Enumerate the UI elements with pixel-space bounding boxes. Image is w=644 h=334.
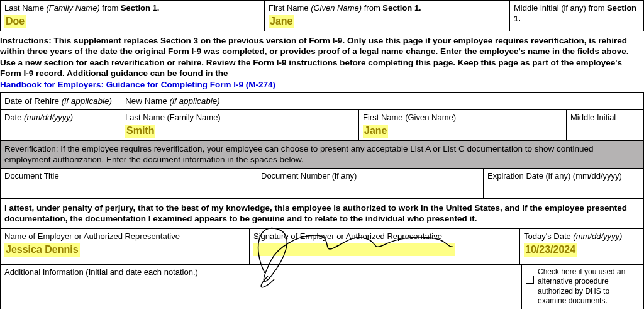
reverification-note: Reverification: If the employee requires… [0,141,644,169]
handbook-link[interactable]: Handbook for Employers: Guidance for Com… [0,80,275,89]
signature-cell: Signature of Employer or Authorized Repr… [250,229,520,264]
new-first-name-label: First Name (Given Name) [363,113,562,123]
middle-initial-label: Middle initial (if any) from Section 1. [514,3,640,25]
attestation-text: I attest, under penalty of perjury, that… [0,199,644,229]
new-first-name-cell: First Name (Given Name) Jane [359,110,567,140]
date-of-rehire-head: Date of Rehire (if applicable) [1,93,121,109]
rehire-data-row: Date (mm/dd/yyyy) Last Name (Family Name… [0,109,644,141]
alt-procedure-checkbox[interactable] [526,276,534,284]
employer-name-cell: Name of Employer or Authorized Represent… [1,229,250,264]
doc-title-cell: Document Title [1,169,257,198]
doc-title-label: Document Title [4,171,253,182]
doc-exp-cell: Expiration Date (if any) (mm/dd/yyyy) [484,169,643,198]
new-middle-initial-label: Middle Initial [570,113,640,123]
additional-info-right: Check here if you used an alternative pr… [521,265,643,309]
new-middle-initial-cell: Middle Initial [567,110,643,140]
document-row: Document Title Document Number (if any) … [0,169,644,199]
sig-date-value: 10/23/2024 [524,243,577,257]
rehire-header-row: Date of Rehire (if applicable) New Name … [0,92,644,109]
doc-number-cell: Document Number (if any) [257,169,484,198]
signature-row: Name of Employer or Authorized Represent… [0,229,644,265]
instructions-block: Instructions: This supplement replaces S… [0,31,644,93]
last-name-value: Doe [4,15,26,28]
new-last-name-value: Smith [125,125,155,138]
instructions-body: This supplement replaces Section 3 on th… [0,36,628,79]
rehire-date-label: Date (mm/dd/yyyy) [4,113,117,123]
doc-number-label: Document Number (if any) [261,171,479,182]
new-first-name-value: Jane [363,125,388,138]
employer-name-value: Jessica Dennis [4,243,80,257]
rehire-date-cell: Date (mm/dd/yyyy) [1,110,121,140]
signature-highlight [253,243,455,256]
additional-info-label: Additional Information (Initial and date… [4,267,198,277]
employer-name-label: Name of Employer or Authorized Represent… [4,231,245,242]
middle-initial-cell: Middle initial (if any) from Section 1. [510,1,643,31]
sig-date-label: Today's Date (mm/dd/yyyy) [524,231,639,242]
doc-exp-label: Expiration Date (if any) (mm/dd/yyyy) [487,171,640,182]
new-last-name-cell: Last Name (Family Name) Smith [121,110,359,140]
last-name-label: Last Name (Family Name) from Section 1. [4,3,260,14]
section1-name-row: Last Name (Family Name) from Section 1. … [0,0,644,31]
last-name-cell: Last Name (Family Name) from Section 1. … [1,1,265,31]
first-name-label: First Name (Given Name) from Section 1. [269,3,506,14]
additional-info-row: Additional Information (Initial and date… [0,265,644,309]
first-name-cell: First Name (Given Name) from Section 1. … [265,1,510,31]
new-last-name-label: Last Name (Family Name) [125,113,355,123]
new-name-head: New Name (if applicable) [121,93,643,109]
signature-label: Signature of Employer or Authorized Repr… [253,231,516,242]
instructions-lead: Instructions: [0,36,54,45]
additional-info-left: Additional Information (Initial and date… [1,265,521,309]
alt-procedure-text: Check here if you used an alternative pr… [538,267,640,306]
first-name-value: Jane [269,15,294,28]
sig-date-cell: Today's Date (mm/dd/yyyy) 10/23/2024 [520,229,643,264]
